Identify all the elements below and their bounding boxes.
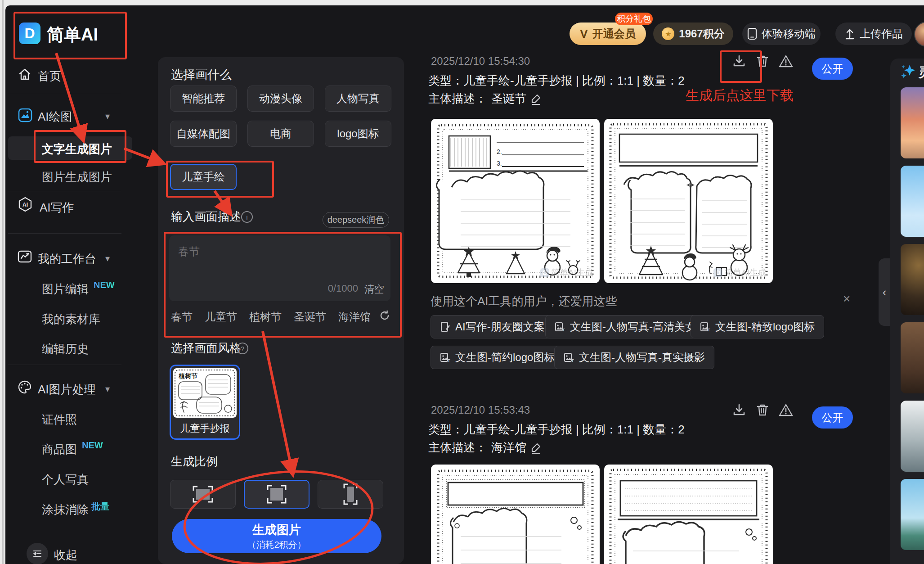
sidebar-item-product-img[interactable]: 商品图: [42, 442, 77, 457]
publish-button[interactable]: 公开: [812, 58, 853, 80]
chevron-down-icon[interactable]: ▾: [105, 384, 110, 394]
sidebar-item-home[interactable]: 首页: [38, 68, 61, 84]
download-icon[interactable]: [732, 54, 746, 70]
generated-image-ocean-2[interactable]: D简单AI生成: [604, 465, 773, 564]
text2img-icon: T: [700, 321, 711, 332]
mobile-label: 体验移动端: [762, 27, 816, 41]
sidebar-item-workbench[interactable]: 我的工作台: [38, 251, 96, 267]
category-anime-avatar[interactable]: 动漫头像: [247, 86, 314, 112]
category-smart[interactable]: 智能推荐: [170, 86, 237, 112]
tag-item[interactable]: 圣诞节: [294, 310, 326, 324]
delete-icon[interactable]: [756, 403, 769, 419]
chevron-down-icon[interactable]: ▾: [105, 111, 110, 122]
inspiration-thumbnail[interactable]: [901, 401, 924, 472]
inspiration-title: 灵: [919, 64, 924, 81]
recommend-title: 使用这个AI工具的用户，还爱用这些: [431, 293, 617, 309]
tag-item[interactable]: 春节: [171, 310, 193, 324]
sidebar-divider: [8, 93, 121, 93]
report-icon[interactable]: [778, 403, 794, 419]
mobile-app-button[interactable]: 体验移动端: [742, 23, 821, 45]
edit-icon[interactable]: [531, 442, 542, 454]
info-icon[interactable]: i: [241, 211, 253, 223]
credits-button[interactable]: ★ 1967积分: [653, 23, 733, 45]
svg-text:3.: 3.: [497, 160, 502, 167]
deepseek-polish-button[interactable]: deepseek润色: [323, 212, 389, 228]
ai-write-icon: AI: [17, 196, 33, 214]
report-icon[interactable]: [778, 54, 794, 70]
window-edge-line: [2, 0, 4, 564]
category-ecommerce[interactable]: 电商: [247, 121, 314, 147]
phone-icon: [747, 27, 757, 40]
style-card-children-paper[interactable]: 植树节 儿童手抄报: [170, 365, 240, 440]
suggestion-tags: 春节 儿童节 植树节 圣诞节 海洋馆: [171, 310, 371, 324]
ratio-option-landscape[interactable]: [170, 480, 236, 509]
sidebar-item-erase[interactable]: 涂抹消除: [42, 502, 89, 518]
inspiration-thumbnail[interactable]: [901, 479, 924, 550]
edit-icon[interactable]: [531, 93, 542, 105]
ratio-option-portrait[interactable]: [318, 480, 383, 509]
question-icon[interactable]: ?: [237, 343, 248, 354]
collapse-button[interactable]: [27, 543, 48, 564]
svg-text:T: T: [562, 328, 565, 332]
recommend-chip[interactable]: T 文生图-精致logo图标: [691, 315, 824, 338]
upload-work-button[interactable]: 上传作品: [835, 23, 912, 45]
delete-icon[interactable]: [756, 54, 769, 70]
subject-label: 主体描述：: [428, 91, 487, 107]
recommend-chip[interactable]: T 文生图-简约logo图标: [431, 346, 564, 369]
generated-image-christmas-1[interactable]: 2. 3. D简单AI生成: [431, 119, 600, 283]
tag-item[interactable]: 儿童节: [205, 310, 237, 324]
category-media-img[interactable]: 自媒体配图: [170, 121, 237, 147]
sidebar-item-text2img[interactable]: 文字生成图片: [42, 141, 112, 157]
sidebar-item-ai-img-proc[interactable]: AI图片处理: [38, 382, 96, 397]
sidebar-item-img-edit[interactable]: 图片编辑: [42, 281, 89, 297]
inspiration-thumbnail[interactable]: [901, 166, 924, 237]
generate-button[interactable]: 生成图片 （消耗2积分）: [172, 519, 381, 553]
credits-gift-badge: 积分礼包: [615, 13, 653, 25]
category-children-drawing[interactable]: 儿童手绘: [170, 164, 237, 190]
vip-label: 开通会员: [592, 27, 636, 41]
category-portrait[interactable]: 人物写真: [325, 86, 391, 112]
text2img-icon: T: [440, 352, 451, 363]
new-badge: NEW: [82, 440, 103, 451]
recommend-chip[interactable]: T 文生图-人物写真-高清美女: [545, 315, 705, 338]
svg-text:植树节: 植树节: [178, 372, 198, 379]
sidebar-item-ai-write[interactable]: AI写作: [40, 200, 74, 216]
inspiration-thumbnail[interactable]: [901, 87, 924, 158]
inspiration-thumbnail[interactable]: [901, 244, 924, 315]
close-icon[interactable]: ×: [843, 292, 850, 306]
sidebar-item-portrait[interactable]: 个人写真: [42, 472, 89, 487]
publish-button[interactable]: 公开: [812, 406, 853, 429]
sidebar-item-assets[interactable]: 我的素材库: [42, 311, 100, 327]
user-avatar[interactable]: [914, 22, 924, 47]
text2img-icon: T: [564, 352, 574, 363]
sidebar-item-edit-history[interactable]: 编辑历史: [42, 341, 89, 357]
upload-label: 上传作品: [860, 27, 903, 41]
generated-image-christmas-2[interactable]: D简单AI生成: [604, 119, 773, 283]
chevron-down-icon[interactable]: ▾: [105, 253, 110, 264]
text2img-icon: T: [555, 321, 565, 332]
result-subject-row: 主体描述： 海洋馆: [428, 440, 542, 456]
vip-icon: V: [580, 27, 588, 41]
recommend-chip[interactable]: AI写作-朋友圈文案: [431, 315, 554, 338]
category-logo[interactable]: logo图标: [325, 121, 391, 147]
palette-icon: [18, 380, 32, 396]
inspiration-thumbnail[interactable]: [901, 322, 924, 393]
download-icon[interactable]: [732, 403, 746, 419]
svg-text:2.: 2.: [497, 148, 502, 155]
batch-badge: 批量: [91, 501, 109, 513]
vip-button[interactable]: V 开通会员: [570, 23, 646, 45]
generate-label: 生成图片: [252, 522, 301, 538]
tag-item[interactable]: 植树节: [249, 310, 282, 324]
tag-item[interactable]: 海洋馆: [338, 310, 371, 324]
screenshot-stage: D 简单AI 首页 AI绘图 ▾ 文字生成图片 图片生成图片 AI: [0, 0, 924, 564]
collapse-label[interactable]: 收起: [54, 547, 77, 563]
clear-button[interactable]: 清空: [364, 283, 384, 296]
recommend-chip[interactable]: T 文生图-人物写真-真实摄影: [554, 346, 714, 369]
generated-image-ocean-1[interactable]: D简单AI生成: [431, 465, 600, 564]
ratio-option-square-selected[interactable]: [244, 480, 309, 509]
sidebar-item-ai-draw[interactable]: AI绘图: [38, 109, 72, 125]
refresh-icon[interactable]: [379, 310, 390, 323]
sidebar-item-id-photo[interactable]: 证件照: [42, 412, 77, 428]
sidebar-item-img2img[interactable]: 图片生成图片: [42, 169, 112, 185]
collapse-drawer-handle[interactable]: ‹: [879, 258, 890, 326]
